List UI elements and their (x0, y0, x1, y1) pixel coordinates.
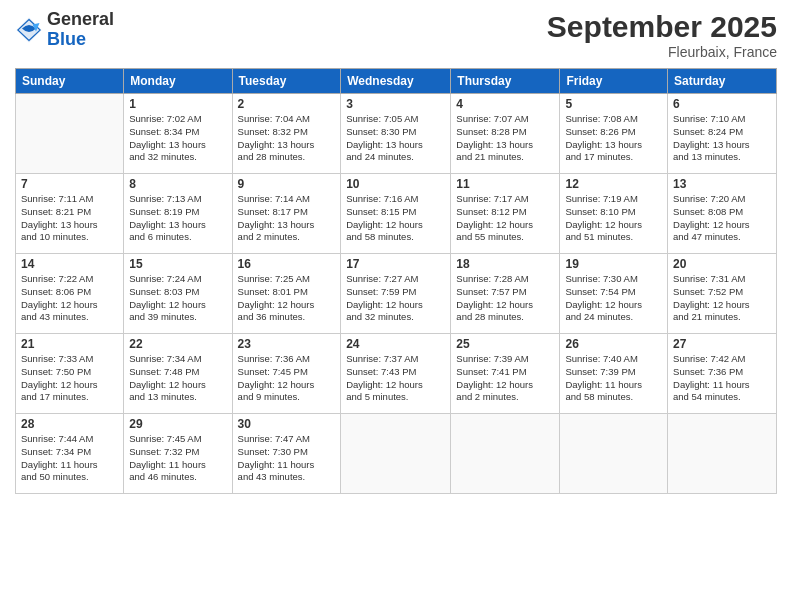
day-info: Sunrise: 7:07 AMSunset: 8:28 PMDaylight:… (456, 113, 554, 164)
table-cell: 30Sunrise: 7:47 AMSunset: 7:30 PMDayligh… (232, 414, 341, 494)
table-cell (341, 414, 451, 494)
col-tuesday: Tuesday (232, 69, 341, 94)
day-info: Sunrise: 7:42 AMSunset: 7:36 PMDaylight:… (673, 353, 771, 404)
calendar-week-row: 7Sunrise: 7:11 AMSunset: 8:21 PMDaylight… (16, 174, 777, 254)
day-number: 6 (673, 97, 771, 111)
logo-blue: Blue (47, 29, 86, 49)
table-cell: 15Sunrise: 7:24 AMSunset: 8:03 PMDayligh… (124, 254, 232, 334)
day-info: Sunrise: 7:27 AMSunset: 7:59 PMDaylight:… (346, 273, 445, 324)
table-cell: 9Sunrise: 7:14 AMSunset: 8:17 PMDaylight… (232, 174, 341, 254)
table-cell: 26Sunrise: 7:40 AMSunset: 7:39 PMDayligh… (560, 334, 668, 414)
table-cell: 2Sunrise: 7:04 AMSunset: 8:32 PMDaylight… (232, 94, 341, 174)
col-sunday: Sunday (16, 69, 124, 94)
logo-general: General (47, 9, 114, 29)
day-info: Sunrise: 7:40 AMSunset: 7:39 PMDaylight:… (565, 353, 662, 404)
day-info: Sunrise: 7:36 AMSunset: 7:45 PMDaylight:… (238, 353, 336, 404)
day-info: Sunrise: 7:02 AMSunset: 8:34 PMDaylight:… (129, 113, 226, 164)
day-info: Sunrise: 7:10 AMSunset: 8:24 PMDaylight:… (673, 113, 771, 164)
day-info: Sunrise: 7:20 AMSunset: 8:08 PMDaylight:… (673, 193, 771, 244)
day-number: 14 (21, 257, 118, 271)
day-number: 3 (346, 97, 445, 111)
day-number: 4 (456, 97, 554, 111)
calendar-week-row: 1Sunrise: 7:02 AMSunset: 8:34 PMDaylight… (16, 94, 777, 174)
day-number: 9 (238, 177, 336, 191)
day-info: Sunrise: 7:16 AMSunset: 8:15 PMDaylight:… (346, 193, 445, 244)
month-title: September 2025 (547, 10, 777, 44)
table-cell: 20Sunrise: 7:31 AMSunset: 7:52 PMDayligh… (668, 254, 777, 334)
day-info: Sunrise: 7:24 AMSunset: 8:03 PMDaylight:… (129, 273, 226, 324)
day-number: 23 (238, 337, 336, 351)
table-cell: 27Sunrise: 7:42 AMSunset: 7:36 PMDayligh… (668, 334, 777, 414)
col-friday: Friday (560, 69, 668, 94)
table-cell: 19Sunrise: 7:30 AMSunset: 7:54 PMDayligh… (560, 254, 668, 334)
calendar-week-row: 21Sunrise: 7:33 AMSunset: 7:50 PMDayligh… (16, 334, 777, 414)
table-cell: 28Sunrise: 7:44 AMSunset: 7:34 PMDayligh… (16, 414, 124, 494)
day-info: Sunrise: 7:31 AMSunset: 7:52 PMDaylight:… (673, 273, 771, 324)
table-cell: 11Sunrise: 7:17 AMSunset: 8:12 PMDayligh… (451, 174, 560, 254)
day-number: 12 (565, 177, 662, 191)
day-number: 21 (21, 337, 118, 351)
table-cell: 6Sunrise: 7:10 AMSunset: 8:24 PMDaylight… (668, 94, 777, 174)
day-info: Sunrise: 7:08 AMSunset: 8:26 PMDaylight:… (565, 113, 662, 164)
page: General Blue September 2025 Fleurbaix, F… (0, 0, 792, 612)
day-number: 30 (238, 417, 336, 431)
day-number: 20 (673, 257, 771, 271)
table-cell: 5Sunrise: 7:08 AMSunset: 8:26 PMDaylight… (560, 94, 668, 174)
day-info: Sunrise: 7:33 AMSunset: 7:50 PMDaylight:… (21, 353, 118, 404)
day-info: Sunrise: 7:34 AMSunset: 7:48 PMDaylight:… (129, 353, 226, 404)
day-number: 5 (565, 97, 662, 111)
title-block: September 2025 Fleurbaix, France (547, 10, 777, 60)
table-cell: 13Sunrise: 7:20 AMSunset: 8:08 PMDayligh… (668, 174, 777, 254)
day-number: 17 (346, 257, 445, 271)
day-number: 11 (456, 177, 554, 191)
day-number: 1 (129, 97, 226, 111)
day-number: 10 (346, 177, 445, 191)
day-number: 15 (129, 257, 226, 271)
location: Fleurbaix, France (547, 44, 777, 60)
col-thursday: Thursday (451, 69, 560, 94)
table-cell (16, 94, 124, 174)
day-number: 19 (565, 257, 662, 271)
calendar-week-row: 14Sunrise: 7:22 AMSunset: 8:06 PMDayligh… (16, 254, 777, 334)
table-cell: 18Sunrise: 7:28 AMSunset: 7:57 PMDayligh… (451, 254, 560, 334)
day-number: 24 (346, 337, 445, 351)
day-info: Sunrise: 7:17 AMSunset: 8:12 PMDaylight:… (456, 193, 554, 244)
day-info: Sunrise: 7:44 AMSunset: 7:34 PMDaylight:… (21, 433, 118, 484)
logo: General Blue (15, 10, 114, 50)
day-number: 8 (129, 177, 226, 191)
day-info: Sunrise: 7:14 AMSunset: 8:17 PMDaylight:… (238, 193, 336, 244)
calendar: Sunday Monday Tuesday Wednesday Thursday… (15, 68, 777, 494)
table-cell (451, 414, 560, 494)
table-cell: 8Sunrise: 7:13 AMSunset: 8:19 PMDaylight… (124, 174, 232, 254)
day-number: 22 (129, 337, 226, 351)
day-number: 28 (21, 417, 118, 431)
logo-icon (15, 16, 43, 44)
day-info: Sunrise: 7:28 AMSunset: 7:57 PMDaylight:… (456, 273, 554, 324)
table-cell: 21Sunrise: 7:33 AMSunset: 7:50 PMDayligh… (16, 334, 124, 414)
table-cell: 1Sunrise: 7:02 AMSunset: 8:34 PMDaylight… (124, 94, 232, 174)
day-info: Sunrise: 7:37 AMSunset: 7:43 PMDaylight:… (346, 353, 445, 404)
table-cell: 3Sunrise: 7:05 AMSunset: 8:30 PMDaylight… (341, 94, 451, 174)
day-number: 13 (673, 177, 771, 191)
table-cell: 29Sunrise: 7:45 AMSunset: 7:32 PMDayligh… (124, 414, 232, 494)
day-number: 2 (238, 97, 336, 111)
col-saturday: Saturday (668, 69, 777, 94)
table-cell: 4Sunrise: 7:07 AMSunset: 8:28 PMDaylight… (451, 94, 560, 174)
logo-text: General Blue (47, 10, 114, 50)
day-info: Sunrise: 7:11 AMSunset: 8:21 PMDaylight:… (21, 193, 118, 244)
day-number: 7 (21, 177, 118, 191)
table-cell: 14Sunrise: 7:22 AMSunset: 8:06 PMDayligh… (16, 254, 124, 334)
table-cell: 7Sunrise: 7:11 AMSunset: 8:21 PMDaylight… (16, 174, 124, 254)
day-number: 18 (456, 257, 554, 271)
day-number: 25 (456, 337, 554, 351)
day-info: Sunrise: 7:45 AMSunset: 7:32 PMDaylight:… (129, 433, 226, 484)
table-cell: 17Sunrise: 7:27 AMSunset: 7:59 PMDayligh… (341, 254, 451, 334)
day-info: Sunrise: 7:39 AMSunset: 7:41 PMDaylight:… (456, 353, 554, 404)
table-cell: 22Sunrise: 7:34 AMSunset: 7:48 PMDayligh… (124, 334, 232, 414)
day-info: Sunrise: 7:13 AMSunset: 8:19 PMDaylight:… (129, 193, 226, 244)
day-info: Sunrise: 7:30 AMSunset: 7:54 PMDaylight:… (565, 273, 662, 324)
day-info: Sunrise: 7:47 AMSunset: 7:30 PMDaylight:… (238, 433, 336, 484)
table-cell: 16Sunrise: 7:25 AMSunset: 8:01 PMDayligh… (232, 254, 341, 334)
col-monday: Monday (124, 69, 232, 94)
day-number: 26 (565, 337, 662, 351)
